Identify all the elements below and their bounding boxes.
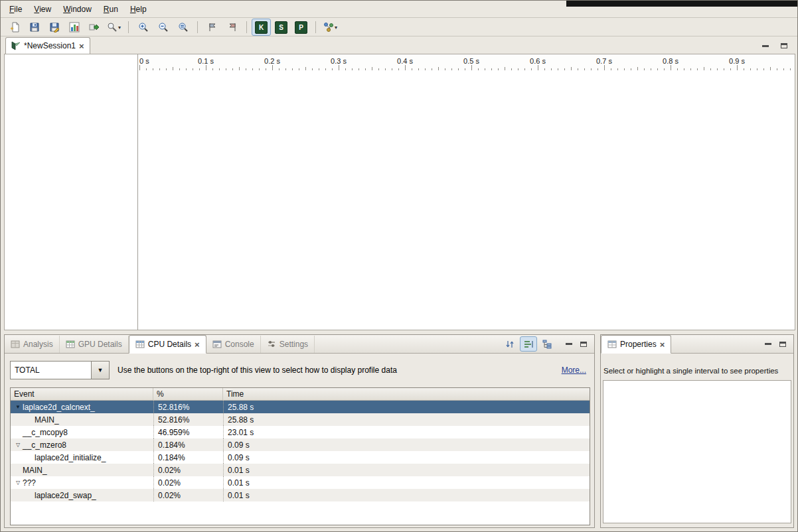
analysis-tab-icon [11, 340, 20, 349]
event-name: ??? [23, 478, 36, 488]
editor-tab-bar: *NewSession1 × [4, 37, 794, 54]
time-value: 23.01 s [223, 426, 590, 438]
export-icon [89, 22, 100, 33]
percent-value: 0.02% [153, 489, 223, 501]
call-tree-button[interactable] [538, 336, 556, 352]
table-row[interactable]: __c_mzero8 0.184% 0.09 s [11, 438, 590, 451]
save-as-button[interactable] [44, 19, 64, 36]
expander-icon[interactable] [13, 405, 23, 410]
table-row[interactable]: laplace2d_initialize_ 0.184% 0.09 s [11, 451, 590, 464]
event-name: __c_mcopy8 [23, 428, 68, 437]
display-mode-combo[interactable]: TOTAL ▼ [10, 361, 110, 379]
session-tab[interactable]: *NewSession1 × [5, 37, 90, 54]
timeline-canvas[interactable] [138, 70, 795, 330]
ruler-label: 0.9 s [729, 57, 745, 65]
tab-analysis[interactable]: Analysis [5, 336, 60, 353]
profile-application-button[interactable] [64, 19, 84, 36]
table-row[interactable]: laplace2d_swap_ 0.02% 0.01 s [11, 489, 590, 501]
toolbar-separator [128, 21, 129, 33]
timeline-ruler: 0 s 0.1 s 0.2 s 0.3 s 0.4 s 0.5 s 0.6 s … [138, 54, 795, 71]
close-icon[interactable]: × [660, 340, 665, 349]
process-toggle-button[interactable]: P [291, 19, 311, 36]
percent-value: 0.184% [153, 438, 223, 451]
event-name: laplace2d_initialize_ [35, 453, 106, 462]
maximize-button[interactable] [577, 339, 590, 350]
event-name: MAIN_ [35, 415, 59, 425]
minimize-button[interactable] [761, 339, 775, 350]
menu-help[interactable]: Help [124, 3, 153, 16]
tab-label: Properties [620, 340, 657, 349]
chevron-down-icon: ▼ [98, 367, 104, 373]
tab-properties[interactable]: Properties × [601, 335, 671, 354]
tab-console[interactable]: Console [206, 336, 261, 353]
dropdown-arrow-icon: ▾ [335, 25, 337, 31]
tab-settings[interactable]: Settings [261, 336, 315, 353]
ruler-label: 0.8 s [663, 57, 678, 65]
export-button[interactable] [84, 19, 104, 36]
menu-window[interactable]: Window [57, 3, 98, 16]
toolbar-separator [246, 21, 247, 33]
percent-value: 52.816% [153, 413, 223, 426]
ruler-label: 0.1 s [198, 57, 214, 65]
close-icon[interactable]: × [195, 340, 200, 349]
cpu-details-tab-icon [135, 340, 145, 349]
ruler-label: 0.2 s [264, 57, 280, 65]
percent-value: 0.02% [153, 464, 223, 476]
session-tab-label: *NewSession1 [24, 41, 76, 50]
table-row[interactable]: laplace2d_calcnext_ 52.816% 25.88 s [11, 401, 590, 413]
sort-order-icon [505, 339, 515, 350]
table-row[interactable]: MAIN_ 0.02% 0.01 s [11, 464, 590, 476]
analysis-icon [323, 22, 334, 33]
tab-cpu-details[interactable]: CPU Details × [129, 335, 206, 354]
kernel-toggle-button[interactable]: K [252, 19, 271, 36]
column-header-percent[interactable]: % [153, 388, 223, 400]
maximize-button[interactable] [777, 40, 791, 51]
stream-toggle-button[interactable]: S [272, 19, 291, 36]
table-row[interactable]: ??? 0.02% 0.01 s [11, 476, 590, 489]
table-row[interactable]: __c_mcopy8 46.959% 23.01 s [11, 426, 590, 438]
new-session-icon [9, 22, 20, 33]
time-value: 25.88 s [223, 413, 590, 426]
previous-marker-button[interactable] [222, 19, 242, 36]
source-view-button[interactable]: ▾ [104, 19, 123, 36]
menu-file[interactable]: File [3, 3, 28, 16]
flat-profile-icon [523, 339, 534, 350]
analysis-button[interactable]: ▾ [321, 19, 340, 36]
menu-separator [1, 17, 797, 18]
zoom-in-button[interactable] [133, 19, 153, 36]
expander-icon[interactable] [13, 480, 23, 486]
percent-value: 52.816% [153, 401, 223, 413]
time-value: 0.09 s [223, 438, 590, 451]
tab-label: CPU Details [148, 340, 191, 349]
minimize-button[interactable] [759, 40, 772, 51]
save-as-icon [49, 22, 60, 33]
time-value: 25.88 s [223, 401, 590, 413]
time-value: 0.09 s [223, 451, 590, 464]
tab-gpu-details[interactable]: GPU Details [60, 336, 129, 353]
column-header-event[interactable]: Event [11, 388, 153, 400]
tab-label: Analysis [23, 340, 53, 349]
next-marker-button[interactable] [202, 19, 222, 36]
minimize-icon [762, 45, 769, 47]
column-header-time[interactable]: Time [223, 388, 590, 400]
table-row[interactable]: MAIN_ 52.816% 25.88 s [11, 413, 590, 426]
menu-view[interactable]: View [28, 3, 57, 16]
new-session-button[interactable] [5, 19, 24, 36]
save-button[interactable] [25, 19, 44, 36]
menu-bar: File View Window Run Help [3, 2, 153, 17]
tab-label: Settings [279, 340, 308, 349]
bottom-panel-tab-bar: Analysis GPU Details CPU Details × Conso… [5, 335, 594, 354]
combo-dropdown-button[interactable]: ▼ [91, 362, 109, 379]
close-icon[interactable]: × [79, 42, 84, 50]
sort-order-button[interactable] [501, 336, 519, 352]
console-tab-icon [212, 340, 222, 349]
tab-label: GPU Details [78, 340, 122, 349]
minimize-button[interactable] [562, 339, 576, 350]
maximize-button[interactable] [776, 339, 789, 350]
more-link[interactable]: More... [562, 366, 589, 375]
zoom-out-button[interactable] [153, 19, 173, 36]
menu-run[interactable]: Run [98, 3, 124, 16]
flat-profile-button[interactable] [520, 336, 537, 352]
zoom-fit-button[interactable] [173, 19, 193, 36]
expander-icon[interactable] [13, 442, 23, 448]
